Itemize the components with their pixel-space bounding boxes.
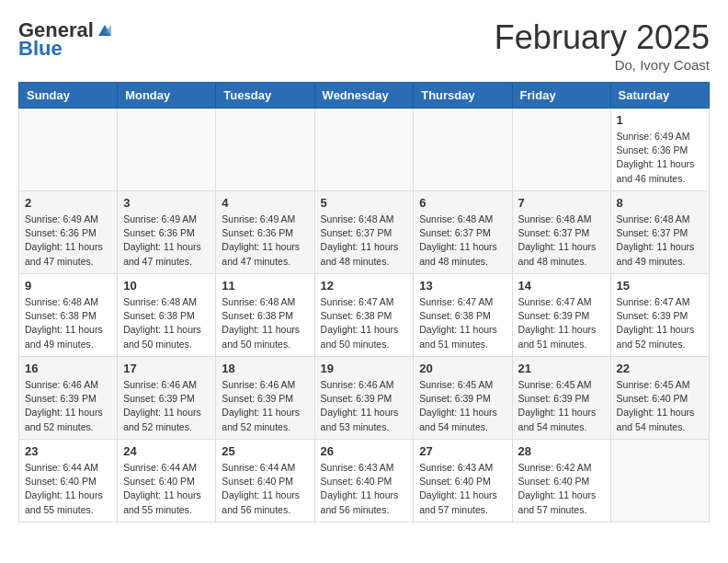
- calendar-day-cell: 10Sunrise: 6:48 AM Sunset: 6:38 PM Dayli…: [118, 274, 216, 357]
- day-info: Sunrise: 6:47 AM Sunset: 6:39 PM Dayligh…: [617, 295, 703, 351]
- month-title: February 2025: [495, 18, 710, 57]
- day-number: 1: [617, 113, 703, 127]
- calendar-day-cell: 12Sunrise: 6:47 AM Sunset: 6:38 PM Dayli…: [314, 274, 414, 357]
- col-header-thursday: Thursday: [414, 83, 512, 109]
- calendar-day-cell: 6Sunrise: 6:48 AM Sunset: 6:37 PM Daylig…: [414, 191, 512, 274]
- calendar-day-cell: [314, 109, 414, 191]
- calendar-day-cell: [118, 109, 216, 191]
- day-number: 9: [25, 279, 111, 293]
- day-info: Sunrise: 6:48 AM Sunset: 6:38 PM Dayligh…: [25, 295, 111, 351]
- day-number: 16: [25, 362, 111, 375]
- calendar-day-cell: 7Sunrise: 6:48 AM Sunset: 6:37 PM Daylig…: [512, 191, 610, 274]
- calendar-day-cell: 17Sunrise: 6:46 AM Sunset: 6:39 PM Dayli…: [118, 357, 216, 440]
- day-info: Sunrise: 6:49 AM Sunset: 6:36 PM Dayligh…: [123, 213, 210, 269]
- day-info: Sunrise: 6:43 AM Sunset: 6:40 PM Dayligh…: [419, 461, 506, 517]
- calendar-day-cell: 15Sunrise: 6:47 AM Sunset: 6:39 PM Dayli…: [610, 274, 709, 357]
- day-number: 24: [123, 444, 210, 458]
- day-number: 6: [419, 196, 506, 210]
- calendar-day-cell: 9Sunrise: 6:48 AM Sunset: 6:38 PM Daylig…: [19, 274, 118, 357]
- calendar-day-cell: 28Sunrise: 6:42 AM Sunset: 6:40 PM Dayli…: [512, 440, 610, 523]
- day-number: 10: [123, 279, 210, 293]
- day-info: Sunrise: 6:46 AM Sunset: 6:39 PM Dayligh…: [123, 378, 210, 434]
- day-info: Sunrise: 6:48 AM Sunset: 6:37 PM Dayligh…: [518, 213, 605, 269]
- calendar-day-cell: 26Sunrise: 6:43 AM Sunset: 6:40 PM Dayli…: [314, 440, 414, 523]
- calendar-day-cell: [19, 109, 118, 191]
- col-header-friday: Friday: [512, 83, 610, 109]
- day-number: 3: [123, 196, 210, 210]
- day-info: Sunrise: 6:44 AM Sunset: 6:40 PM Dayligh…: [123, 461, 210, 517]
- calendar-day-cell: [512, 109, 610, 191]
- calendar-day-cell: 3Sunrise: 6:49 AM Sunset: 6:36 PM Daylig…: [118, 191, 216, 274]
- calendar-week-row: 9Sunrise: 6:48 AM Sunset: 6:38 PM Daylig…: [19, 274, 710, 357]
- col-header-monday: Monday: [118, 83, 216, 109]
- day-info: Sunrise: 6:43 AM Sunset: 6:40 PM Dayligh…: [321, 461, 408, 517]
- day-info: Sunrise: 6:46 AM Sunset: 6:39 PM Dayligh…: [222, 378, 308, 434]
- calendar-day-cell: 25Sunrise: 6:44 AM Sunset: 6:40 PM Dayli…: [216, 440, 314, 523]
- day-number: 15: [617, 279, 703, 293]
- day-info: Sunrise: 6:44 AM Sunset: 6:40 PM Dayligh…: [222, 461, 308, 517]
- day-info: Sunrise: 6:48 AM Sunset: 6:37 PM Dayligh…: [321, 213, 408, 269]
- logo-blue-text: Blue: [18, 37, 63, 61]
- day-number: 27: [419, 444, 506, 458]
- day-info: Sunrise: 6:47 AM Sunset: 6:38 PM Dayligh…: [419, 295, 506, 351]
- calendar-day-cell: 21Sunrise: 6:45 AM Sunset: 6:39 PM Dayli…: [512, 357, 610, 440]
- location: Do, Ivory Coast: [495, 57, 710, 73]
- calendar-day-cell: [414, 109, 512, 191]
- day-number: 11: [222, 279, 308, 293]
- calendar-day-cell: 23Sunrise: 6:44 AM Sunset: 6:40 PM Dayli…: [19, 440, 118, 523]
- calendar-day-cell: 8Sunrise: 6:48 AM Sunset: 6:37 PM Daylig…: [610, 191, 709, 274]
- calendar-day-cell: 18Sunrise: 6:46 AM Sunset: 6:39 PM Dayli…: [216, 357, 314, 440]
- day-number: 2: [25, 196, 111, 210]
- day-info: Sunrise: 6:48 AM Sunset: 6:37 PM Dayligh…: [617, 213, 703, 269]
- day-info: Sunrise: 6:46 AM Sunset: 6:39 PM Dayligh…: [321, 378, 408, 434]
- day-number: 12: [321, 279, 408, 293]
- calendar-day-cell: 16Sunrise: 6:46 AM Sunset: 6:39 PM Dayli…: [19, 357, 118, 440]
- day-info: Sunrise: 6:48 AM Sunset: 6:38 PM Dayligh…: [222, 295, 308, 351]
- calendar-table: SundayMondayTuesdayWednesdayThursdayFrid…: [18, 82, 710, 523]
- calendar-week-row: 2Sunrise: 6:49 AM Sunset: 6:36 PM Daylig…: [19, 191, 710, 274]
- day-number: 4: [222, 196, 308, 210]
- calendar-day-cell: 27Sunrise: 6:43 AM Sunset: 6:40 PM Dayli…: [414, 440, 512, 523]
- logo: General Blue: [18, 18, 116, 61]
- calendar-week-row: 1Sunrise: 6:49 AM Sunset: 6:36 PM Daylig…: [19, 109, 710, 191]
- page-header: General Blue February 2025 Do, Ivory Coa…: [18, 18, 710, 73]
- day-info: Sunrise: 6:48 AM Sunset: 6:37 PM Dayligh…: [419, 213, 506, 269]
- calendar-day-cell: 1Sunrise: 6:49 AM Sunset: 6:36 PM Daylig…: [610, 109, 709, 191]
- day-number: 26: [321, 444, 408, 458]
- calendar-day-cell: 22Sunrise: 6:45 AM Sunset: 6:40 PM Dayli…: [610, 357, 709, 440]
- calendar-header-row: SundayMondayTuesdayWednesdayThursdayFrid…: [19, 83, 710, 109]
- day-info: Sunrise: 6:45 AM Sunset: 6:40 PM Dayligh…: [617, 378, 703, 434]
- day-number: 19: [321, 362, 408, 375]
- day-info: Sunrise: 6:47 AM Sunset: 6:38 PM Dayligh…: [321, 295, 408, 351]
- logo-icon: [95, 23, 115, 38]
- calendar-day-cell: 24Sunrise: 6:44 AM Sunset: 6:40 PM Dayli…: [118, 440, 216, 523]
- day-number: 7: [518, 196, 605, 210]
- day-number: 21: [518, 362, 605, 375]
- day-number: 25: [222, 444, 308, 458]
- day-info: Sunrise: 6:49 AM Sunset: 6:36 PM Dayligh…: [25, 213, 111, 269]
- calendar-day-cell: 19Sunrise: 6:46 AM Sunset: 6:39 PM Dayli…: [314, 357, 414, 440]
- calendar-day-cell: 11Sunrise: 6:48 AM Sunset: 6:38 PM Dayli…: [216, 274, 314, 357]
- day-number: 14: [518, 279, 605, 293]
- calendar-day-cell: [610, 440, 709, 523]
- day-info: Sunrise: 6:45 AM Sunset: 6:39 PM Dayligh…: [518, 378, 605, 434]
- day-number: 23: [25, 444, 111, 458]
- calendar-week-row: 23Sunrise: 6:44 AM Sunset: 6:40 PM Dayli…: [19, 440, 710, 523]
- day-number: 20: [419, 362, 506, 375]
- calendar-day-cell: 20Sunrise: 6:45 AM Sunset: 6:39 PM Dayli…: [414, 357, 512, 440]
- calendar-day-cell: 5Sunrise: 6:48 AM Sunset: 6:37 PM Daylig…: [314, 191, 414, 274]
- title-area: February 2025 Do, Ivory Coast: [495, 18, 710, 73]
- calendar-day-cell: 2Sunrise: 6:49 AM Sunset: 6:36 PM Daylig…: [19, 191, 118, 274]
- calendar-day-cell: 14Sunrise: 6:47 AM Sunset: 6:39 PM Dayli…: [512, 274, 610, 357]
- day-info: Sunrise: 6:48 AM Sunset: 6:38 PM Dayligh…: [123, 295, 210, 351]
- day-info: Sunrise: 6:49 AM Sunset: 6:36 PM Dayligh…: [617, 130, 703, 186]
- calendar-day-cell: [216, 109, 314, 191]
- day-info: Sunrise: 6:44 AM Sunset: 6:40 PM Dayligh…: [25, 461, 111, 517]
- day-number: 13: [419, 279, 506, 293]
- day-info: Sunrise: 6:47 AM Sunset: 6:39 PM Dayligh…: [518, 295, 605, 351]
- day-number: 17: [123, 362, 210, 375]
- calendar-day-cell: 13Sunrise: 6:47 AM Sunset: 6:38 PM Dayli…: [414, 274, 512, 357]
- day-info: Sunrise: 6:46 AM Sunset: 6:39 PM Dayligh…: [25, 378, 111, 434]
- day-info: Sunrise: 6:49 AM Sunset: 6:36 PM Dayligh…: [222, 213, 308, 269]
- col-header-tuesday: Tuesday: [216, 83, 314, 109]
